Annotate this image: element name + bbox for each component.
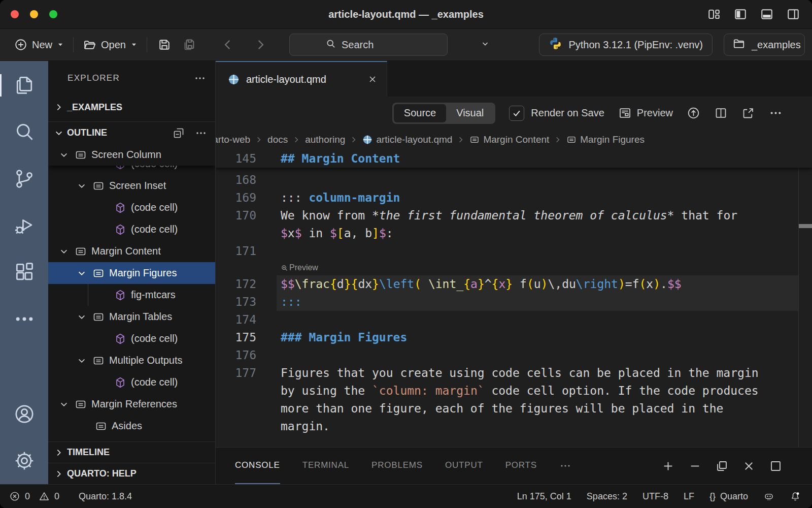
activity-account[interactable]	[0, 391, 48, 437]
visual-mode-button[interactable]: Visual	[446, 104, 494, 122]
code-line-176[interactable]: 176	[216, 346, 812, 364]
cursor-position-status[interactable]: Ln 175, Col 1	[517, 491, 571, 502]
activity-extensions[interactable]	[0, 249, 48, 296]
search-input[interactable]	[342, 39, 476, 51]
outline-item-screen-column[interactable]: Screen Column	[48, 144, 215, 166]
code-line-177[interactable]: 177Figures that you create using code ce…	[216, 364, 812, 382]
chevron-down-icon[interactable]	[481, 40, 489, 50]
restore-panel-icon[interactable]	[715, 459, 729, 473]
close-tab-icon[interactable]	[367, 74, 378, 84]
code-line-wrap[interactable]: more than one figure, each of the figure…	[216, 400, 812, 418]
activity-run-debug[interactable]	[0, 202, 48, 249]
outline-item-code-cell[interactable]: (code cell)	[48, 166, 215, 175]
navigate-back-button[interactable]	[216, 35, 240, 54]
navigate-forward-button[interactable]	[249, 35, 272, 54]
source-mode-button[interactable]: Source	[394, 104, 446, 122]
code-line-169[interactable]: 169::: column-margin	[216, 189, 812, 207]
editor-tab-article-layout[interactable]: article-layout.qmd	[216, 61, 387, 97]
code-line-168[interactable]: 168	[216, 171, 812, 189]
outline-item-code-cell[interactable]: (code cell)	[48, 197, 215, 218]
minimize-window-button[interactable]	[30, 10, 38, 18]
code-line-145[interactable]: 145## Margin Content	[216, 150, 812, 168]
scrollbar-thumb[interactable]	[799, 224, 812, 228]
search-box[interactable]	[289, 34, 448, 56]
split-editor-button[interactable]	[714, 106, 728, 120]
breadcrumb-docs[interactable]: docs	[267, 134, 288, 145]
more-actions-button[interactable]	[769, 106, 783, 120]
breadcrumb-quarto-web[interactable]: quarto-web	[216, 134, 250, 145]
publish-button[interactable]	[687, 106, 700, 120]
outline-item-multiple-outputs[interactable]: Multiple Outputs	[48, 350, 215, 371]
preview-button[interactable]: Preview	[618, 106, 673, 120]
sidebar-section-outline[interactable]: OUTLINE	[48, 121, 215, 144]
python-interpreter-selector[interactable]: Python 3.12.1 (PipEnv: .venv)	[539, 34, 713, 56]
toggle-right-sidebar-icon[interactable]	[787, 8, 800, 21]
codelens-preview[interactable]: Preview	[216, 260, 812, 275]
sticky-scroll-line[interactable]: 145## Margin Content	[216, 150, 812, 168]
outline-item-code-cell[interactable]: (code cell)	[48, 371, 215, 393]
maximize-panel-icon[interactable]	[769, 459, 783, 473]
encoding-status[interactable]: UTF-8	[642, 491, 668, 502]
breadcrumb-authoring[interactable]: authoring	[305, 134, 345, 145]
new-console-icon[interactable]	[661, 459, 675, 473]
outline-item-fig-mtcars[interactable]: fig-mtcars	[48, 284, 215, 306]
outline-item-margin-content[interactable]: Margin Content	[48, 240, 215, 262]
panel-more-tabs-icon[interactable]	[559, 448, 571, 484]
editor-scrollbar[interactable]	[798, 150, 812, 447]
outline-item-margin-tables[interactable]: Margin Tables	[48, 306, 215, 328]
code-line-173[interactable]: 173:::	[216, 293, 812, 311]
open-external-button[interactable]	[741, 106, 755, 120]
panel-tab-terminal[interactable]: TERMINAL	[302, 448, 349, 484]
problems-status[interactable]: 0 0	[9, 491, 59, 502]
panel-tab-problems[interactable]: PROBLEMS	[371, 448, 423, 484]
code-line-wrap[interactable]: $x$ in $[a, b]$:	[216, 225, 812, 242]
more-actions-icon[interactable]	[195, 127, 207, 139]
activity-settings[interactable]	[0, 437, 48, 484]
breadcrumb-article-layout-qmd[interactable]: article-layout.qmd	[362, 134, 452, 145]
minimize-panel-icon[interactable]	[688, 459, 702, 473]
activity-source-control[interactable]	[0, 155, 48, 202]
open-button[interactable]: Open	[79, 35, 142, 55]
language-mode-status[interactable]: {} Quarto	[709, 491, 748, 502]
sidebar-section-timeline[interactable]: TIMELINE	[48, 441, 215, 463]
code-line-wrap[interactable]: margin.	[216, 418, 812, 435]
save-button[interactable]	[152, 35, 177, 55]
breadcrumb-margin-content[interactable]: Margin Content	[469, 134, 549, 145]
sidebar-section-examples[interactable]: _EXAMPLES	[48, 97, 215, 118]
code-line-170[interactable]: 170We know from *the first fundamental t…	[216, 207, 812, 225]
more-actions-icon[interactable]	[194, 72, 206, 84]
new-button[interactable]: New	[10, 35, 68, 54]
collapse-all-icon[interactable]	[173, 127, 185, 139]
close-window-button[interactable]	[11, 10, 19, 18]
editor-content[interactable]: 145## Margin Content 168169::: column-ma…	[216, 150, 812, 447]
code-line-wrap[interactable]: by using the `column: margin` code cell …	[216, 382, 812, 400]
outline-item-margin-figures[interactable]: Margin Figures	[48, 262, 215, 284]
code-line-171[interactable]: 171	[216, 242, 812, 260]
outline-item-screen-inset[interactable]: Screen Inset	[48, 175, 215, 197]
copilot-status[interactable]	[763, 491, 774, 502]
notifications-bell[interactable]	[790, 491, 801, 502]
code-line-174[interactable]: 174	[216, 311, 812, 329]
outline-item-code-cell[interactable]: (code cell)	[48, 218, 215, 240]
code-line-172[interactable]: 172$$\frac{d}{dx}\left( \int_{a}^{x} f(u…	[216, 275, 812, 293]
breadcrumb-margin-figures[interactable]: Margin Figures	[566, 134, 645, 145]
save-all-button[interactable]	[177, 35, 201, 55]
eol-status[interactable]: LF	[684, 491, 694, 502]
panel-tab-ports[interactable]: PORTS	[505, 448, 537, 484]
outline-item-code-cell[interactable]: (code cell)	[48, 328, 215, 350]
activity-more[interactable]	[0, 296, 48, 342]
outline-item-asides[interactable]: Asides	[48, 415, 215, 437]
sidebar-section-quarto-help[interactable]: QUARTO: HELP	[48, 463, 215, 484]
custom-layout-icon[interactable]	[707, 8, 721, 21]
activity-search[interactable]	[0, 109, 48, 155]
panel-tab-output[interactable]: OUTPUT	[445, 448, 483, 484]
indentation-status[interactable]: Spaces: 2	[587, 491, 627, 502]
toggle-bottom-panel-icon[interactable]	[760, 8, 773, 21]
panel-tab-console[interactable]: CONSOLE	[235, 448, 280, 484]
toggle-left-sidebar-icon[interactable]	[734, 8, 747, 21]
close-panel-icon[interactable]	[742, 459, 756, 473]
quarto-version-status[interactable]: Quarto: 1.8.4	[79, 491, 132, 502]
zoom-window-button[interactable]	[49, 10, 57, 18]
workspace-button[interactable]: _examples	[724, 34, 805, 56]
activity-explorer[interactable]	[0, 62, 48, 109]
